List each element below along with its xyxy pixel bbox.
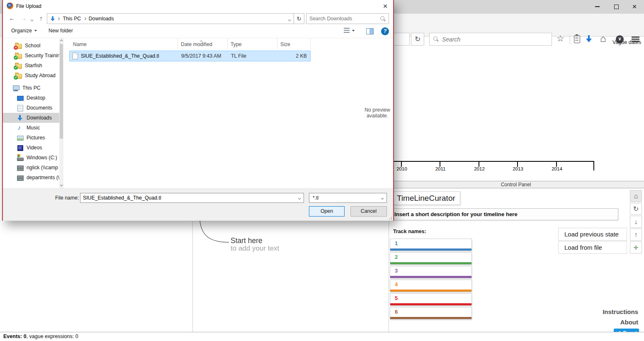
- track-name-input-2[interactable]: 2: [390, 252, 472, 265]
- dialog-titlebar[interactable]: File Upload ×: [3, 0, 393, 12]
- breadcrumb-this-pc[interactable]: This PC: [60, 14, 84, 24]
- downloads-arrow-icon[interactable]: [586, 35, 592, 43]
- resize-grip[interactable]: [389, 216, 392, 219]
- refresh-button[interactable]: ↻: [294, 13, 304, 24]
- sidebar-item-nglick[interactable]: nglick (\\camp: [3, 163, 59, 173]
- column-header-name[interactable]: Name: [73, 41, 87, 47]
- start-here-sublabel: to add your text: [231, 244, 279, 253]
- search-icon: [433, 37, 439, 42]
- track-name-input-6[interactable]: 6: [390, 307, 472, 319]
- address-bar[interactable]: This PC Downloads: [47, 13, 294, 24]
- timeline-year-label: 2013: [510, 166, 526, 171]
- timeline-description-input[interactable]: [389, 209, 618, 220]
- drive-icon: [17, 154, 24, 161]
- track-name-input-3[interactable]: 3: [390, 266, 472, 278]
- new-folder-button[interactable]: New folder: [49, 28, 73, 34]
- track-name-input-4[interactable]: 4: [390, 280, 472, 292]
- sidebar-item-desktop[interactable]: Desktop: [3, 93, 59, 103]
- sidebar-item-documents[interactable]: Documents: [3, 103, 59, 113]
- sidebar-item-windows-c[interactable]: Windows (C:): [3, 153, 59, 163]
- filter-dropdown-chevron[interactable]: [378, 193, 386, 202]
- window-maximize-button[interactable]: [608, 0, 625, 13]
- load-previous-state-button[interactable]: Load previous state: [558, 228, 627, 241]
- browser-search-input[interactable]: [442, 36, 548, 43]
- sidebar-item-starfish[interactable]: Starfish: [3, 61, 59, 71]
- track-name-input-5[interactable]: 5: [390, 293, 472, 306]
- sync-error-badge-icon: [14, 46, 18, 50]
- downloads-icon: [17, 114, 24, 121]
- file-date-modified: 9/5/2017 9:43 AM: [181, 53, 221, 59]
- file-list: Name Date modified Type Size SIUE_Establ…: [68, 38, 314, 188]
- up-button[interactable]: ↑: [36, 13, 46, 24]
- back-button[interactable]: ←: [7, 13, 17, 24]
- reading-list-icon[interactable]: [574, 35, 580, 43]
- redo-button[interactable]: ↻: [630, 203, 642, 215]
- column-header-type[interactable]: Type: [231, 41, 242, 47]
- file-name-combo[interactable]: [80, 193, 304, 203]
- window-minimize-button[interactable]: [588, 0, 606, 13]
- scroll-up-icon[interactable]: [60, 39, 63, 43]
- sidebar-item-study-abroad[interactable]: Study Abroad: [3, 71, 59, 80]
- sidebar-item-departments[interactable]: departments (\: [3, 173, 59, 183]
- cancel-button[interactable]: Cancel: [350, 206, 387, 217]
- url-bar[interactable]: [392, 33, 410, 46]
- track-name-input-1[interactable]: 1: [390, 239, 472, 251]
- track-names-label: Track names:: [393, 229, 426, 234]
- file-row-selected[interactable]: SIUE_Established_&_The_Quad.tl 9/5/2017 …: [69, 51, 311, 61]
- file-name-input[interactable]: [80, 195, 295, 201]
- sync-ok-badge-icon: [14, 66, 18, 70]
- file-name-dropdown-chevron[interactable]: [295, 193, 304, 202]
- bookmark-star-icon[interactable]: ☆: [557, 34, 564, 43]
- browser-search-box[interactable]: [429, 33, 552, 46]
- window-close-button[interactable]: ×: [626, 0, 643, 13]
- sidebar-item-pictures[interactable]: Pictures: [3, 133, 59, 143]
- home-icon[interactable]: ⌂: [600, 33, 606, 44]
- help-button[interactable]: ?: [381, 27, 389, 35]
- sidebar-item-this-pc[interactable]: This PC: [3, 83, 59, 93]
- organize-button[interactable]: Organize: [11, 28, 37, 34]
- dialog-footer: File name: *.tl Open Cancel: [3, 188, 393, 221]
- dialog-title: File Upload: [16, 3, 41, 9]
- track-color-bar: [390, 248, 471, 251]
- sidebar-item-videos[interactable]: Videos: [3, 143, 59, 153]
- timeline-axis: [388, 159, 599, 173]
- scrollbar-thumb[interactable]: [60, 44, 63, 139]
- sidebar-scrollbar[interactable]: [59, 38, 63, 188]
- forward-button[interactable]: →: [19, 13, 29, 24]
- home-view-button[interactable]: ⌂: [630, 190, 642, 202]
- track-color-bar: [390, 317, 471, 319]
- timeline-description-box: [389, 208, 618, 220]
- move-down-button[interactable]: ↓: [630, 216, 642, 228]
- dialog-close-icon[interactable]: ×: [379, 1, 391, 11]
- breadcrumb-downloads[interactable]: Downloads: [86, 14, 117, 24]
- track-color-bar: [390, 262, 471, 264]
- file-name: SIUE_Established_&_The_Quad.tl: [81, 53, 159, 59]
- address-dropdown-chevron[interactable]: [285, 16, 294, 22]
- load-from-file-button[interactable]: Load from file: [558, 241, 627, 254]
- document-icon: [17, 105, 24, 111]
- vague-expressions-count: , vague expressions: 0: [27, 334, 78, 339]
- scroll-down-icon[interactable]: [60, 183, 63, 187]
- about-link[interactable]: About: [555, 319, 638, 326]
- column-header-size[interactable]: Size: [280, 41, 290, 47]
- preview-pane-button[interactable]: [366, 28, 374, 34]
- sidebar-item-school[interactable]: School: [3, 41, 59, 51]
- timeline-year-label: 2014: [549, 166, 565, 171]
- dialog-command-bar: Organize New folder ?: [3, 25, 393, 38]
- column-header-date-modified[interactable]: Date modified: [181, 41, 212, 47]
- reload-button[interactable]: ↻: [411, 33, 424, 46]
- views-button[interactable]: [344, 28, 355, 33]
- dialog-search-box[interactable]: [306, 13, 389, 24]
- instructions-link[interactable]: Instructions: [555, 308, 638, 315]
- file-name-label: File name:: [55, 195, 79, 201]
- move-up-button[interactable]: ↑: [630, 229, 642, 241]
- file-type-filter-combo[interactable]: *.tl: [309, 193, 387, 203]
- recent-locations-chevron[interactable]: [29, 13, 35, 24]
- sidebar-item-music[interactable]: Music: [3, 123, 59, 133]
- sidebar-item-downloads[interactable]: Downloads: [3, 113, 59, 123]
- sidebar-item-security-training[interactable]: Security Trainin: [3, 51, 59, 61]
- open-button[interactable]: Open: [309, 206, 345, 217]
- add-button[interactable]: +: [630, 241, 642, 253]
- breadcrumb-chevron-icon: [57, 17, 59, 20]
- dialog-search-input[interactable]: [309, 16, 380, 22]
